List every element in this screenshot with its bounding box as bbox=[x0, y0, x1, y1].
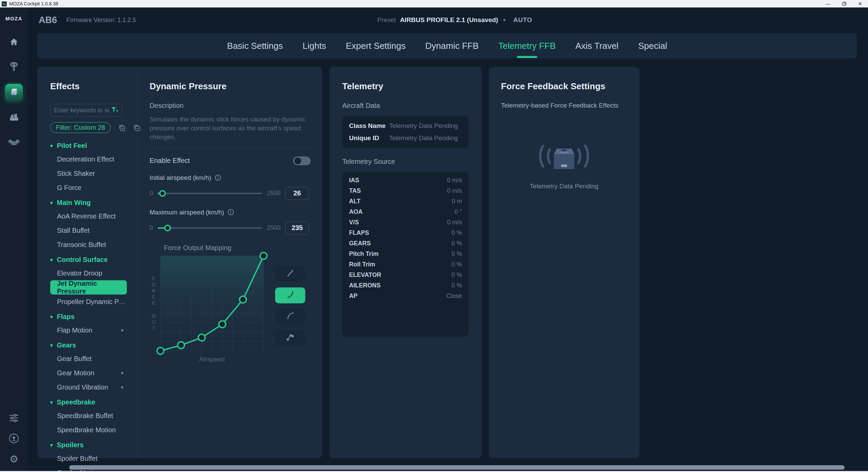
effect-item-spoiler-buffet[interactable]: Spoiler Buffet bbox=[50, 451, 127, 466]
aircraft-row-class-name: Class NameTelemetry Data Pending bbox=[349, 120, 462, 132]
chevron-down-icon[interactable]: ▼ bbox=[502, 18, 506, 23]
dynamic-pressure-panel: Dynamic Pressure Description Simulates t… bbox=[137, 67, 322, 458]
close-icon[interactable]: ✕ bbox=[852, 0, 868, 7]
effect-item-ground-vibration[interactable]: Ground Vibration bbox=[50, 380, 127, 394]
enable-effect-toggle[interactable] bbox=[293, 156, 311, 165]
restore-icon[interactable] bbox=[836, 0, 852, 7]
ffb-subtitle: Telemetry-based Force Feedback Effects bbox=[501, 102, 627, 109]
effect-item-gear-motion[interactable]: Gear Motion bbox=[50, 366, 127, 380]
sidebar-item-yoke[interactable] bbox=[5, 59, 23, 76]
filter-pill[interactable]: Filter: Custom 28 bbox=[50, 122, 111, 133]
info-icon[interactable] bbox=[215, 174, 221, 181]
slider-thumb[interactable] bbox=[159, 190, 166, 197]
custom-curve-icon bbox=[286, 333, 295, 343]
effect-item-speedbrake-buffet[interactable]: Speedbrake Buffet bbox=[50, 409, 127, 423]
telemetry-row-flaps: FLAPS0 % bbox=[349, 228, 462, 238]
curve-exponential-button[interactable] bbox=[275, 287, 305, 303]
slider-value-input[interactable]: 26 bbox=[285, 187, 309, 200]
tab-dynamic-ffb[interactable]: Dynamic FFB bbox=[425, 39, 479, 53]
preset-selector[interactable]: Preset AIRBUS PROFILE 2.1 (Unsaved) ▼ AU… bbox=[377, 7, 532, 33]
effect-item-elevator-droop[interactable]: Elevator Droop bbox=[50, 266, 127, 280]
sidebar-item-pedals[interactable] bbox=[5, 134, 23, 152]
tab-special[interactable]: Special bbox=[637, 39, 668, 53]
search-box[interactable] bbox=[50, 104, 122, 117]
search-input[interactable] bbox=[54, 107, 109, 114]
tab-lights[interactable]: Lights bbox=[302, 39, 327, 53]
settings-gear-icon[interactable]: ⚙ bbox=[9, 454, 19, 464]
tab-telemetry-ffb[interactable]: Telemetry FFB bbox=[498, 39, 556, 53]
slider-initial-airspeed-km-h: Initial airspeed (km/h)0250026 bbox=[150, 174, 312, 200]
expand-all-icon[interactable] bbox=[118, 124, 126, 132]
description-label: Description bbox=[150, 102, 312, 110]
dynamic-pressure-title: Dynamic Pressure bbox=[150, 81, 312, 92]
horizontal-scrollbar-thumb[interactable] bbox=[69, 465, 845, 470]
telemetry-row-tas: TAS0 m/s bbox=[349, 186, 462, 196]
main-area: AB6 Firmware Version: 1.1.2.5 Preset AIR… bbox=[28, 7, 868, 471]
aircraft-row-unique-id: Unique IDTelemetry Data Pending bbox=[349, 132, 462, 144]
preset-label: Preset bbox=[377, 16, 396, 24]
effect-item-propeller-dynamic-p[interactable]: Propeller Dynamic P… bbox=[50, 295, 127, 309]
curve-preset-buttons bbox=[275, 266, 305, 346]
effects-group-speedbrake[interactable]: ▾Speedbrake bbox=[50, 396, 127, 409]
sidebar-item-home[interactable] bbox=[5, 34, 23, 51]
force-output-mapping: Force Output Mapping FORCEOUT Airspeed bbox=[150, 244, 312, 363]
effect-item-aoa-reverse-effect[interactable]: AoA Reverse Effect bbox=[50, 209, 127, 223]
chevron-down-icon: ▾ bbox=[50, 257, 53, 262]
sidebar-item-throttle[interactable] bbox=[5, 109, 23, 127]
auto-toggle[interactable]: AUTO bbox=[513, 16, 532, 24]
effects-group-pilot-feel[interactable]: ▾Pilot Feel bbox=[50, 139, 127, 152]
effect-item-transonic-buffet[interactable]: Transonic Buffet bbox=[50, 238, 127, 252]
filter-funnel-icon[interactable] bbox=[111, 107, 118, 114]
curve-logarithmic-button[interactable] bbox=[275, 309, 305, 325]
chevron-down-icon: ▾ bbox=[50, 314, 53, 319]
effect-item-stall-buffet[interactable]: Stall Buffet bbox=[50, 223, 127, 238]
effect-item-flap-motion[interactable]: Flap Motion bbox=[50, 323, 127, 337]
tab-basic-settings[interactable]: Basic Settings bbox=[226, 39, 284, 53]
tuning-sliders-icon[interactable] bbox=[9, 413, 19, 424]
effect-item-speedbrake-motion[interactable]: Speedbrake Motion bbox=[50, 423, 127, 437]
effect-item-deceleration-effect[interactable]: Deceleration Effect bbox=[50, 152, 127, 166]
slider-label: Initial airspeed (km/h) bbox=[150, 174, 211, 182]
effects-group-main-wing[interactable]: ▾Main Wing bbox=[50, 196, 127, 209]
tab-axis-travel[interactable]: Axis Travel bbox=[575, 39, 619, 53]
effect-item-gear-buffet[interactable]: Gear Buffet bbox=[50, 352, 127, 366]
app-body: MOZA bbox=[0, 7, 868, 471]
curve-linear-button[interactable] bbox=[275, 266, 305, 282]
slider-track[interactable] bbox=[158, 193, 262, 194]
effect-item-g-force[interactable]: G Force bbox=[50, 181, 127, 195]
logarithmic-curve-icon bbox=[286, 311, 295, 322]
base-unit-icon bbox=[8, 87, 19, 99]
ffb-device-illustration: MOZA bbox=[534, 140, 595, 174]
modified-dot bbox=[121, 329, 123, 332]
slider-maximum-airspeed-km-h: Maximum airspeed (km/h)02500235 bbox=[150, 209, 312, 234]
effects-panel: Effects Filter: Custom 28 bbox=[37, 67, 137, 458]
info-icon[interactable] bbox=[228, 209, 234, 215]
slider-value-input[interactable]: 235 bbox=[285, 222, 309, 234]
tab-expert-settings[interactable]: Expert Settings bbox=[345, 39, 406, 53]
telemetry-source-box: IAS0 m/sTAS0 m/sALT0 mAOA0 °V/S0 m/sFLAP… bbox=[342, 172, 469, 337]
sidebar-item-base-unit[interactable] bbox=[5, 84, 23, 101]
home-icon bbox=[9, 37, 19, 48]
effect-item-stick-shaker[interactable]: Stick Shaker bbox=[50, 166, 127, 181]
exponential-curve-icon bbox=[286, 290, 295, 300]
telemetry-row-alt: ALT0 m bbox=[349, 196, 462, 207]
divider bbox=[150, 149, 312, 149]
effects-group-control-surface[interactable]: ▾Control Surface bbox=[50, 253, 127, 266]
aircraft-data-label: Aircraft Data bbox=[342, 102, 469, 110]
chevron-down-icon: ▾ bbox=[50, 143, 53, 148]
svg-text:MOZA: MOZA bbox=[561, 151, 568, 154]
effects-group-flaps[interactable]: ▾Flaps bbox=[50, 310, 127, 323]
effect-item-jet-dynamic-pressure[interactable]: Jet Dynamic Pressure bbox=[50, 280, 127, 295]
slider-track[interactable] bbox=[158, 227, 262, 229]
slider-thumb[interactable] bbox=[164, 225, 171, 231]
effects-group-gears[interactable]: ▾Gears bbox=[50, 339, 127, 352]
chart-y-axis-label: FORCEOUT bbox=[150, 256, 158, 351]
curve-custom-button[interactable] bbox=[275, 330, 305, 346]
minimize-icon[interactable]: — bbox=[820, 0, 836, 7]
window-controls: — ✕ bbox=[820, 0, 868, 7]
topbar: AB6 Firmware Version: 1.1.2.5 Preset AIR… bbox=[28, 7, 868, 33]
effects-group-spoilers[interactable]: ▾Spoilers bbox=[50, 438, 127, 451]
firmware-update-icon[interactable] bbox=[8, 433, 19, 445]
force-mapping-chart[interactable] bbox=[160, 256, 264, 351]
sliders: Initial airspeed (km/h)0250026Maximum ai… bbox=[150, 174, 312, 234]
